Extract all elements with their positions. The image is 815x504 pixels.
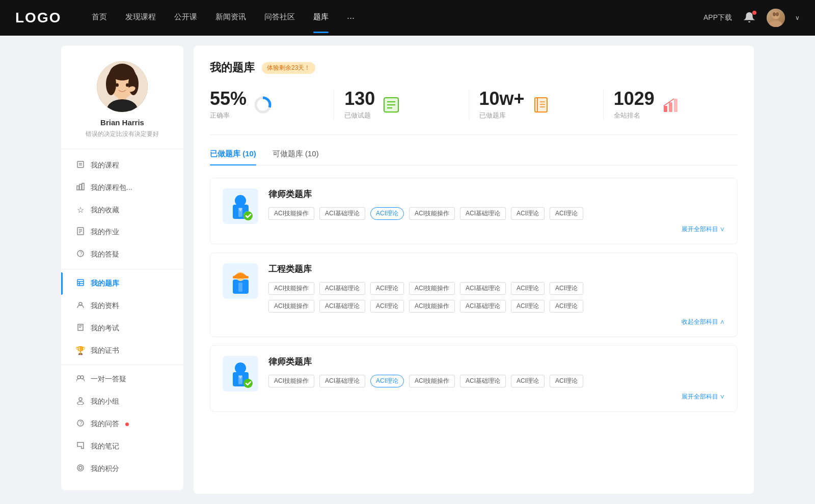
points-icon bbox=[75, 464, 86, 474]
sidebar-item-homework[interactable]: 我的作业 bbox=[61, 221, 183, 243]
svg-point-35 bbox=[77, 376, 80, 379]
bank-expand-btn[interactable]: 展开全部科目 ∨ bbox=[268, 225, 725, 234]
user-chevron[interactable]: ∨ bbox=[795, 14, 800, 21]
bank-tag[interactable]: ACI基础理论 bbox=[460, 300, 506, 313]
bank-tag[interactable]: ACI技能操作 bbox=[409, 375, 455, 387]
notification-bell[interactable] bbox=[742, 11, 756, 25]
bank-expand-btn-2[interactable]: 展开全部科目 ∨ bbox=[268, 393, 725, 401]
bank-tag[interactable]: ACI技能操作 bbox=[268, 282, 314, 295]
svg-rect-58 bbox=[669, 102, 672, 112]
sidebar-item-exam[interactable]: 我的考试 bbox=[61, 317, 183, 340]
stat-accuracy-info: 55% 正确率 bbox=[210, 90, 247, 120]
nav-qa[interactable]: 问答社区 bbox=[264, 12, 295, 24]
bank-tag[interactable]: ACI理论 bbox=[550, 375, 583, 387]
bank-tag-active[interactable]: ACI理论 bbox=[370, 207, 404, 220]
star-icon: ☆ bbox=[75, 205, 86, 215]
svg-rect-51 bbox=[535, 98, 547, 112]
bank-collapse-btn[interactable]: 收起全部科目 ∧ bbox=[268, 318, 725, 326]
nav-home[interactable]: 首页 bbox=[92, 12, 107, 24]
bank-tag[interactable]: ACI技能操作 bbox=[409, 282, 455, 295]
bank-tag[interactable]: ACI基础理论 bbox=[460, 375, 506, 387]
svg-point-4 bbox=[776, 12, 779, 16]
bank-tag[interactable]: ACI理论 bbox=[511, 207, 545, 220]
bank-tag[interactable]: ACI基础理论 bbox=[460, 282, 506, 295]
svg-rect-21 bbox=[82, 183, 84, 190]
nav-open[interactable]: 公开课 bbox=[174, 12, 197, 24]
sidebar-item-cert[interactable]: 🏆 我的证书 bbox=[61, 340, 183, 361]
svg-rect-19 bbox=[77, 186, 79, 190]
bank-card-lawyer2: 律师类题库 ACI技能操作 ACI基础理论 ACI理论 ACI技能操作 ACI基… bbox=[210, 345, 738, 412]
stat-done-banks: 10w+ 已做题库 bbox=[469, 90, 604, 120]
sidebar-label: 我的题库 bbox=[91, 279, 119, 288]
sidebar-item-bank[interactable]: 我的题库 bbox=[61, 272, 183, 295]
nav-news[interactable]: 新闻资讯 bbox=[215, 12, 246, 24]
user-avatar[interactable] bbox=[767, 9, 785, 27]
bank-tag[interactable]: ACI基础理论 bbox=[319, 300, 365, 313]
profile-icon bbox=[75, 301, 86, 311]
tab-todo[interactable]: 可做题库 (10) bbox=[273, 149, 319, 165]
tab-done[interactable]: 已做题库 (10) bbox=[210, 149, 256, 165]
svg-rect-59 bbox=[674, 99, 677, 112]
sidebar-item-one-on-one[interactable]: 一对一答疑 bbox=[61, 368, 183, 390]
sidebar-item-group[interactable]: 我的小组 bbox=[61, 390, 183, 413]
stat-notes-icon bbox=[382, 96, 400, 114]
bank-card-lawyer2-tags: ACI技能操作 ACI基础理论 ACI理论 ACI技能操作 ACI基础理论 AC… bbox=[268, 375, 725, 387]
sidebar-item-notes[interactable]: 我的笔记 bbox=[61, 435, 183, 458]
svg-point-41 bbox=[77, 465, 84, 471]
bank-tag[interactable]: ACI理论 bbox=[511, 282, 545, 295]
svg-rect-69 bbox=[238, 283, 242, 292]
bank-tag[interactable]: ACI理论 bbox=[550, 207, 583, 220]
sidebar-item-points[interactable]: 我的积分 bbox=[61, 458, 183, 480]
bank-tag-active[interactable]: ACI理论 bbox=[370, 375, 404, 387]
sidebar-menu: 我的课程 我的课程包... ☆ 我的收藏 我的作业 ? bbox=[61, 154, 183, 480]
bank-tag[interactable]: ACI基础理论 bbox=[319, 282, 365, 295]
nav-more[interactable]: ··· bbox=[347, 13, 355, 23]
cert-icon: 🏆 bbox=[75, 346, 86, 355]
trial-badge: 体验剩余23天！ bbox=[262, 62, 315, 74]
stat-accuracy-label: 正确率 bbox=[210, 111, 247, 120]
bank-tag[interactable]: ACI技能操作 bbox=[409, 300, 455, 313]
bank-tag[interactable]: ACI理论 bbox=[511, 375, 545, 387]
sidebar-item-collection[interactable]: ☆ 我的收藏 bbox=[61, 199, 183, 221]
stat-accuracy-icon bbox=[254, 96, 272, 114]
bank-tag[interactable]: ACI技能操作 bbox=[268, 300, 314, 313]
stat-done-questions-info: 130 已做试题 bbox=[344, 90, 375, 120]
bank-card-engineering-content: 工程类题库 ACI技能操作 ACI基础理论 ACI理论 ACI技能操作 ACI基… bbox=[268, 263, 725, 326]
sidebar-item-qa[interactable]: ? 我的问答 bbox=[61, 413, 183, 435]
navbar: LOGO 首页 发现课程 公开课 新闻资讯 问答社区 题库 ··· APP下载 bbox=[0, 0, 815, 36]
nav-bank[interactable]: 题库 bbox=[313, 12, 329, 24]
nav-discover[interactable]: 发现课程 bbox=[125, 12, 156, 24]
bank-tag[interactable]: ACI基础理论 bbox=[319, 207, 365, 220]
lawyer-icon-wrap bbox=[223, 188, 258, 224]
bank-tag[interactable]: ACI技能操作 bbox=[268, 375, 314, 387]
svg-point-13 bbox=[116, 83, 119, 87]
course-icon bbox=[75, 160, 86, 171]
bank-tag[interactable]: ACI理论 bbox=[370, 282, 404, 295]
question-icon: ? bbox=[75, 249, 86, 260]
bank-tag[interactable]: ACI理论 bbox=[550, 300, 583, 313]
sidebar-label: 我的课程包... bbox=[91, 183, 132, 192]
bank-card-lawyer2-content: 律师类题库 ACI技能操作 ACI基础理论 ACI理论 ACI技能操作 ACI基… bbox=[268, 356, 725, 401]
bank-card-lawyer-title: 律师类题库 bbox=[268, 188, 725, 200]
bank-tag[interactable]: ACI理论 bbox=[370, 300, 404, 313]
logo: LOGO bbox=[15, 10, 66, 26]
app-download[interactable]: APP下载 bbox=[703, 13, 732, 22]
homework-icon bbox=[75, 227, 86, 237]
stat-chart-icon bbox=[662, 96, 680, 114]
sidebar-label: 我的问答 bbox=[91, 419, 119, 429]
svg-text:?: ? bbox=[79, 421, 83, 426]
bank-tag[interactable]: ACI技能操作 bbox=[268, 207, 314, 220]
sidebar-label: 我的答疑 bbox=[91, 250, 119, 259]
bank-tag[interactable]: ACI理论 bbox=[511, 300, 545, 313]
bank-tag[interactable]: ACI基础理论 bbox=[319, 375, 365, 387]
bank-tag[interactable]: ACI基础理论 bbox=[460, 207, 506, 220]
exam-icon bbox=[75, 323, 86, 333]
svg-rect-68 bbox=[233, 276, 249, 278]
sidebar-item-profile[interactable]: 我的资料 bbox=[61, 295, 183, 317]
sidebar-item-course[interactable]: 我的课程 bbox=[61, 154, 183, 177]
svg-point-38 bbox=[77, 402, 84, 405]
sidebar-item-question[interactable]: ? 我的答疑 bbox=[61, 243, 183, 266]
sidebar-item-course-package[interactable]: 我的课程包... bbox=[61, 177, 183, 199]
bank-tag[interactable]: ACI技能操作 bbox=[409, 207, 455, 220]
bank-tag[interactable]: ACI理论 bbox=[550, 282, 583, 295]
